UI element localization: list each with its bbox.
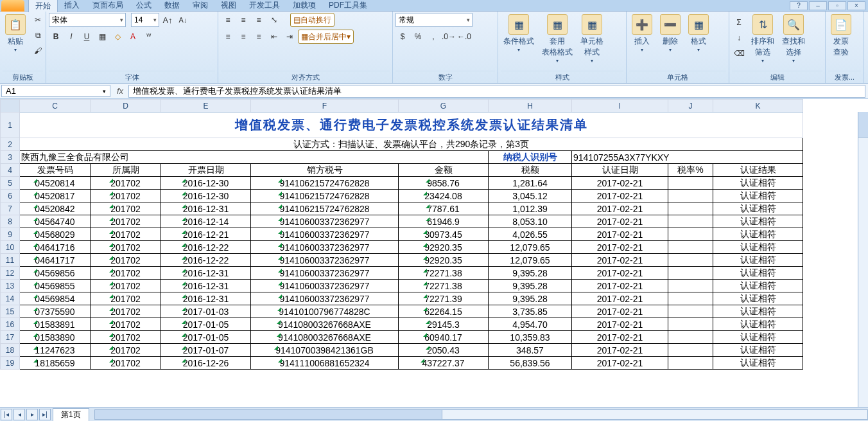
horizontal-scrollbar[interactable] xyxy=(94,409,868,420)
clear-icon[interactable]: ⌫ xyxy=(732,46,746,60)
row-header[interactable]: 12 xyxy=(1,267,20,280)
align-right-icon[interactable]: ≡ xyxy=(252,30,266,44)
table-cell[interactable]: 认证相符 xyxy=(713,331,803,344)
close-icon[interactable]: × xyxy=(847,1,865,10)
table-cell[interactable]: 29145.3 xyxy=(399,318,489,331)
align-bottom-icon[interactable]: ≡ xyxy=(252,13,266,27)
table-cell[interactable]: 4,954.70 xyxy=(489,318,572,331)
font-name-select[interactable]: 宋体 xyxy=(49,13,126,27)
fill-icon[interactable]: ↓ xyxy=(732,31,746,45)
col-header-K[interactable]: K xyxy=(713,100,803,112)
table-cell[interactable]: 04520842 xyxy=(20,202,91,215)
format-cells-button[interactable]: ▦格式▾ xyxy=(686,13,711,54)
table-cell[interactable]: 914108003267668AXE xyxy=(251,318,399,331)
table-cell[interactable]: 认证相符 xyxy=(713,190,803,202)
sort-filter-button[interactable]: ⇅排序和 筛选▾ xyxy=(749,13,777,65)
table-cell[interactable]: 2016-12-30 xyxy=(161,190,251,202)
font-color-button[interactable]: A xyxy=(126,30,140,44)
tab-数据[interactable]: 数据 xyxy=(158,0,186,12)
table-cell[interactable]: 认证相符 xyxy=(713,228,803,241)
sheet-tab[interactable]: 第1页 xyxy=(53,408,89,421)
office-button[interactable] xyxy=(1,0,24,12)
table-cell[interactable]: 2017-02-21 xyxy=(572,254,668,267)
table-cell[interactable]: 2017-02-21 xyxy=(572,344,668,357)
restore-icon[interactable]: ▫ xyxy=(828,1,846,10)
format-painter-icon[interactable]: 🖌 xyxy=(31,44,45,58)
table-cell[interactable] xyxy=(668,318,713,331)
tab-插入[interactable]: 插入 xyxy=(58,0,86,12)
align-top-icon[interactable]: ≡ xyxy=(221,13,235,27)
fill-color-button[interactable]: ◇ xyxy=(110,30,125,44)
table-cell[interactable]: 认证相符 xyxy=(713,215,803,228)
table-cell[interactable]: 201702 xyxy=(91,190,161,202)
col-header-E[interactable]: E xyxy=(161,100,251,112)
table-cell[interactable]: 认证相符 xyxy=(713,292,803,305)
tab-视图[interactable]: 视图 xyxy=(214,0,243,12)
table-cell[interactable]: 201702 xyxy=(91,344,161,357)
bold-button[interactable]: B xyxy=(49,30,63,44)
row-header[interactable]: 6 xyxy=(1,190,20,202)
italic-button[interactable]: I xyxy=(64,30,78,44)
table-cell[interactable]: 437227.37 xyxy=(399,357,489,370)
tab-公式[interactable]: 公式 xyxy=(130,0,158,12)
table-cell[interactable]: 92920.35 xyxy=(399,254,489,267)
align-middle-icon[interactable]: ≡ xyxy=(236,13,250,27)
table-cell[interactable] xyxy=(668,357,713,370)
table-cell[interactable]: 201702 xyxy=(91,280,161,292)
table-cell[interactable]: 91410100796774828C xyxy=(251,305,399,318)
table-cell[interactable]: 914106003372362977 xyxy=(251,292,399,305)
percent-format-icon[interactable]: % xyxy=(411,30,425,44)
align-center-icon[interactable]: ≡ xyxy=(236,30,250,44)
row-header[interactable]: 13 xyxy=(1,280,20,292)
table-cell[interactable]: 914106003372362977 xyxy=(251,241,399,254)
table-cell[interactable]: 2016-12-21 xyxy=(161,228,251,241)
vertical-scrollbar[interactable] xyxy=(858,112,868,407)
table-cell[interactable]: 04641716 xyxy=(20,241,91,254)
table-cell[interactable]: 认证相符 xyxy=(713,241,803,254)
row-header[interactable]: 4 xyxy=(1,164,20,177)
table-cell[interactable]: 2016-12-30 xyxy=(161,177,251,190)
table-cell[interactable]: 2017-02-21 xyxy=(572,177,668,190)
table-cell[interactable]: 认证相符 xyxy=(713,280,803,292)
help-icon[interactable]: ? xyxy=(790,1,808,10)
table-cell[interactable]: 04520817 xyxy=(20,190,91,202)
copy-icon[interactable]: ⧉ xyxy=(31,28,45,42)
table-cell[interactable]: 认证相符 xyxy=(713,305,803,318)
increase-decimal-icon[interactable]: .0→ xyxy=(442,30,456,44)
decrease-font-icon[interactable]: A↓ xyxy=(176,13,190,27)
table-cell[interactable]: 914111006881652324 xyxy=(251,357,399,370)
table-cell[interactable]: 2017-02-21 xyxy=(572,228,668,241)
table-cell[interactable] xyxy=(668,267,713,280)
border-button[interactable]: ▦ xyxy=(95,30,109,44)
table-cell[interactable]: 2016-12-31 xyxy=(161,292,251,305)
table-cell[interactable]: 201702 xyxy=(91,305,161,318)
name-box[interactable]: A1▾ xyxy=(1,85,110,97)
cell-styles-button[interactable]: ▦单元格 样式▾ xyxy=(578,13,606,65)
table-cell[interactable] xyxy=(668,228,713,241)
tab-PDF工具集[interactable]: PDF工具集 xyxy=(322,0,374,12)
table-cell[interactable]: 56,839.56 xyxy=(489,357,572,370)
table-cell[interactable]: 1,012.39 xyxy=(489,202,572,215)
table-cell[interactable]: 10,359.83 xyxy=(489,331,572,344)
table-cell[interactable]: 9,395.28 xyxy=(489,280,572,292)
insert-cells-button[interactable]: ➕插入▾ xyxy=(629,13,655,54)
table-cell[interactable] xyxy=(668,202,713,215)
table-cell[interactable]: 7787.61 xyxy=(399,202,489,215)
increase-font-icon[interactable]: A↑ xyxy=(161,13,175,27)
col-header-C[interactable]: C xyxy=(20,100,91,112)
table-cell[interactable] xyxy=(668,241,713,254)
delete-cells-button[interactable]: ➖删除▾ xyxy=(657,13,683,54)
row-header[interactable]: 19 xyxy=(1,357,20,370)
table-cell[interactable]: 12,079.65 xyxy=(489,241,572,254)
paste-button[interactable]: 📋 粘贴 ▾ xyxy=(3,13,28,54)
row-header[interactable]: 14 xyxy=(1,292,20,305)
comma-format-icon[interactable]: , xyxy=(426,30,440,44)
next-sheet-icon[interactable]: ▸ xyxy=(26,409,38,420)
table-cell[interactable]: 认证相符 xyxy=(713,344,803,357)
table-cell[interactable]: 11247623 xyxy=(20,344,91,357)
table-cell[interactable] xyxy=(668,305,713,318)
table-cell[interactable]: 2017-02-21 xyxy=(572,331,668,344)
table-cell[interactable]: 认证相符 xyxy=(713,267,803,280)
table-cell[interactable]: 04564740 xyxy=(20,215,91,228)
table-cell[interactable]: 201702 xyxy=(91,357,161,370)
